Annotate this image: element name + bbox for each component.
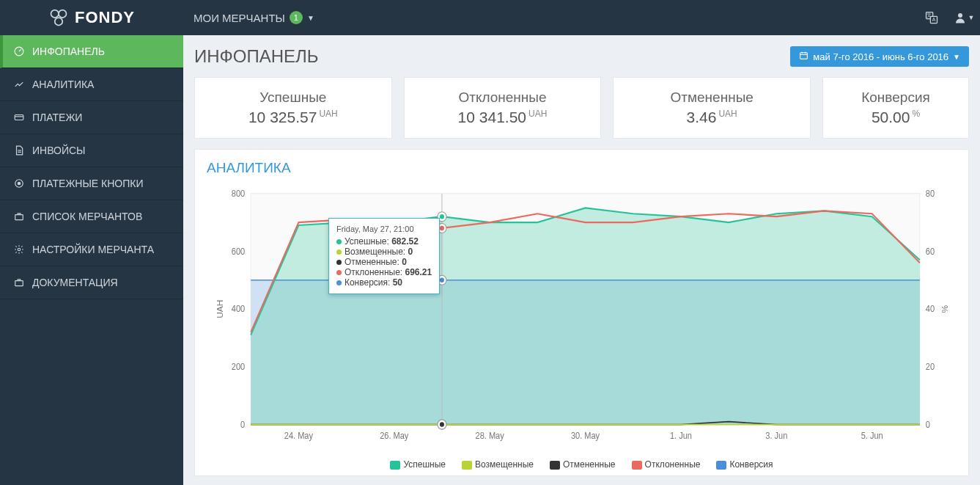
brand-text: FONDY [75, 8, 135, 27]
dashboard-icon [13, 46, 25, 56]
svg-text:26. May: 26. May [380, 431, 408, 440]
svg-text:60: 60 [926, 247, 935, 255]
svg-point-55 [440, 226, 444, 231]
svg-text:UAH: UAH [215, 300, 224, 318]
button-icon [13, 178, 25, 189]
stat-value: 10 325.57 [248, 109, 317, 125]
stat-unit: UAH [319, 109, 337, 119]
stat-unit: % [912, 109, 920, 119]
sidebar-label: НАСТРОЙКИ МЕРЧАНТА [32, 244, 154, 255]
svg-text:5. Jun: 5. Jun [861, 431, 883, 440]
chart-tooltip: Friday, May 27, 21:00Успешные: 682.52Воз… [328, 218, 440, 294]
svg-point-2 [55, 18, 63, 26]
stat-label: Отмененные [621, 90, 803, 106]
stat-value: 3.46 [687, 109, 717, 125]
svg-point-49 [440, 214, 444, 219]
caret-down-icon: ▼ [953, 53, 960, 61]
stat-card-conversion: Конверсия 50.00% [822, 77, 969, 139]
stat-unit: UAH [528, 109, 547, 119]
chart-title: АНАЛИТИКА [207, 160, 957, 176]
card-icon [13, 112, 25, 123]
date-range-button[interactable]: май 7-го 2016 - июнь 6-го 2016 ▼ [790, 46, 969, 67]
sidebar-item-dashboard[interactable]: ИНФОПАНЕЛЬ [0, 35, 183, 68]
svg-point-7 [958, 13, 962, 18]
sidebar-label: АНАЛИТИКА [32, 79, 94, 90]
sidebar-item-invoices[interactable]: ИНВОЙСЫ [0, 134, 183, 167]
chart-icon [13, 79, 25, 90]
svg-text:28. May: 28. May [476, 431, 504, 440]
stats-row: Успешные 10 325.57UAH Отклоненные 10 341… [194, 77, 969, 139]
svg-text:文: 文 [926, 12, 932, 18]
sidebar-item-payment-buttons[interactable]: ПЛАТЕЖНЫЕ КНОПКИ [0, 167, 183, 200]
stat-value: 10 341.50 [458, 109, 526, 125]
stat-value: 50.00 [872, 109, 910, 125]
sidebar-label: СПИСОК МЕРЧАНТОВ [32, 211, 142, 222]
sidebar: ИНФОПАНЕЛЬ АНАЛИТИКА ПЛАТЕЖИ ИНВОЙСЫ ПЛА… [0, 35, 183, 485]
analytics-panel: АНАЛИТИКА 020040060080002040608024. May2… [194, 149, 969, 476]
page-title: ИНФОПАНЕЛЬ [194, 46, 319, 67]
svg-rect-18 [800, 53, 808, 59]
stat-card-approved: Успешные 10 325.57UAH [194, 77, 392, 139]
sidebar-item-analytics[interactable]: АНАЛИТИКА [0, 68, 183, 101]
sidebar-item-payments[interactable]: ПЛАТЕЖИ [0, 101, 183, 134]
svg-text:3. Jun: 3. Jun [765, 431, 787, 440]
svg-text:200: 200 [232, 362, 245, 371]
sidebar-item-merchants-list[interactable]: СПИСОК МЕРЧАНТОВ [0, 200, 183, 233]
svg-rect-15 [15, 215, 23, 220]
legend-item[interactable]: Успешные [390, 459, 446, 470]
sidebar-label: ИНФОПАНЕЛЬ [32, 45, 105, 57]
content-area: ИНФОПАНЕЛЬ май 7-го 2016 - июнь 6-го 201… [183, 35, 980, 485]
legend-item[interactable]: Возмещенные [462, 459, 534, 470]
stat-unit: UAH [718, 109, 737, 119]
sidebar-label: ПЛАТЕЖНЫЕ КНОПКИ [32, 178, 143, 189]
svg-text:80: 80 [926, 189, 935, 198]
svg-point-14 [18, 182, 21, 185]
my-merchants-dropdown[interactable]: МОИ МЕРЧАНТЫ 1 ▼ [183, 0, 325, 35]
stat-label: Успешные [202, 90, 384, 106]
my-merchants-label: МОИ МЕРЧАНТЫ [194, 12, 285, 24]
chart-legend: УспешныеВозмещенныеОтмененныеОтклоненные… [207, 459, 957, 470]
caret-down-icon: ▼ [968, 14, 975, 21]
topbar: FONDY МОИ МЕРЧАНТЫ 1 ▼ 文A ▼ [0, 0, 980, 35]
sidebar-label: ДОКУМЕНТАЦИЯ [32, 277, 118, 288]
svg-text:24. May: 24. May [284, 431, 313, 440]
svg-point-57 [440, 278, 444, 283]
svg-text:A: A [932, 17, 936, 22]
svg-point-0 [51, 10, 59, 18]
docs-icon [13, 277, 25, 288]
svg-text:0: 0 [240, 420, 245, 429]
date-range-text: май 7-го 2016 - июнь 6-го 2016 [813, 51, 948, 62]
svg-text:40: 40 [926, 305, 935, 313]
gear-icon [13, 244, 25, 255]
sidebar-label: ИНВОЙСЫ [32, 145, 86, 156]
legend-item[interactable]: Отклоненные [632, 459, 701, 470]
svg-point-1 [59, 10, 67, 18]
chart-area[interactable]: 020040060080002040608024. May26. May28. … [207, 178, 957, 456]
svg-rect-17 [15, 281, 23, 286]
logo-icon [48, 7, 69, 28]
svg-text:%: % [940, 305, 949, 313]
brand-logo[interactable]: FONDY [0, 0, 183, 35]
stat-card-declined: Отклоненные 10 341.50UAH [404, 77, 602, 139]
svg-text:800: 800 [232, 189, 245, 198]
merchants-count-badge: 1 [290, 11, 303, 24]
svg-text:30. May: 30. May [571, 431, 600, 440]
user-menu-icon[interactable]: ▼ [948, 0, 980, 35]
sidebar-item-documentation[interactable]: ДОКУМЕНТАЦИЯ [0, 266, 183, 299]
svg-point-16 [18, 248, 21, 251]
legend-item[interactable]: Отмененные [550, 459, 616, 470]
sidebar-label: ПЛАТЕЖИ [32, 112, 82, 123]
file-icon [13, 145, 25, 156]
language-icon[interactable]: 文A [915, 0, 948, 35]
svg-text:20: 20 [926, 362, 935, 371]
stat-card-canceled: Отмененные 3.46UAH [613, 77, 811, 139]
svg-text:0: 0 [926, 420, 930, 429]
svg-text:400: 400 [232, 305, 245, 313]
briefcase-icon [13, 211, 25, 222]
stat-label: Отклоненные [412, 90, 594, 106]
calendar-icon [799, 51, 808, 62]
sidebar-item-merchant-settings[interactable]: НАСТРОЙКИ МЕРЧАНТА [0, 233, 183, 266]
svg-rect-9 [15, 115, 23, 120]
legend-item[interactable]: Конверсия [716, 459, 773, 470]
stat-label: Конверсия [830, 90, 961, 106]
